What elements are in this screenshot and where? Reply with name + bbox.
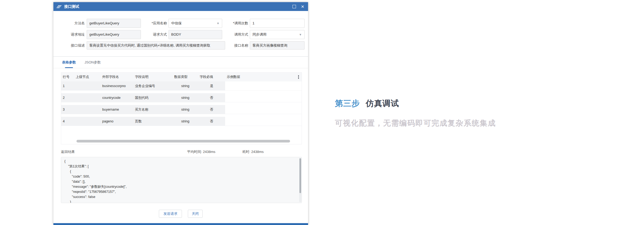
side-text-block: 第三步仿真调试 可视化配置，无需编码即可完成复杂系统集成 <box>335 98 576 128</box>
request-url-label: 请求地址 <box>56 30 85 39</box>
step-subtitle: 可视化配置，无需编码即可完成复杂系统集成 <box>335 118 576 128</box>
column-settings-icon[interactable] <box>298 75 302 79</box>
cell-parent-node <box>74 81 101 91</box>
cell-field-desc: 业务企业编号 <box>133 81 173 91</box>
call-count-input[interactable]: 1 <box>250 19 305 28</box>
col-header-ext-field: 外部字段名 <box>101 75 133 79</box>
app-logo-icon <box>57 5 61 9</box>
cell-data-type: string <box>173 93 198 102</box>
col-header-field-desc: 字段说明 <box>133 75 173 79</box>
close-icon[interactable]: ✕ <box>301 5 304 9</box>
method-name-field[interactable]: getBuyerLikeQuery <box>87 19 141 28</box>
vertical-scrollbar-thumb[interactable] <box>299 158 301 193</box>
cell-ext-field: countrycode <box>101 93 133 102</box>
api-desc-label: 接口描述 <box>56 41 85 50</box>
cell-ext-field: businesscorpno <box>101 81 133 91</box>
step-number: 第三步 <box>335 99 360 108</box>
cell-sample-data[interactable] <box>225 81 302 91</box>
table-header-row: 行号 上级节点 外部字段名 字段说明 数据类型 字段必填 示例数据 <box>61 73 302 81</box>
tab-table-params[interactable]: 表格参数 <box>62 60 76 68</box>
result-json-text: { "第1次结果": [ { "code": 500, "data": [], … <box>61 157 302 203</box>
cell-sample-data[interactable] <box>225 117 302 126</box>
step-heading: 第三步仿真调试 <box>335 98 576 109</box>
api-name-field[interactable]: 客商买方画像模糊查询 <box>250 41 305 50</box>
request-url-field[interactable]: getBuyerLikeQuery <box>87 30 141 39</box>
cost-time: 耗时: 2438ms <box>242 149 264 154</box>
col-header-row-no: 行号 <box>61 75 74 79</box>
col-header-data-type: 数据类型 <box>173 75 198 79</box>
cell-ext-field: pageno <box>101 117 133 126</box>
table-row[interactable]: 3 buyername 买方名称 string 否 <box>61 105 302 114</box>
cell-data-type: string <box>173 105 198 114</box>
col-header-parent-node: 上级节点 <box>74 75 101 79</box>
cell-required: 是 <box>198 81 225 91</box>
section-divider <box>53 56 308 57</box>
cell-data-type: string <box>173 117 198 126</box>
results-summary-row: 返回结果 平均时间: 2438ms 耗时: 2438ms <box>61 149 302 154</box>
chevron-down-icon: ▼ <box>299 30 302 39</box>
cell-required: 否 <box>198 93 225 102</box>
api-desc-field[interactable]: 客商设置无中信保买方代码时, 通过国别代码+详细名称, 调用买方模糊查询获取 <box>87 41 225 50</box>
cell-data-type: string <box>173 81 198 91</box>
cell-row-no: 2 <box>61 93 74 102</box>
tab-json-params[interactable]: JSON参数 <box>85 60 101 68</box>
cell-field-desc: 页数 <box>133 117 173 126</box>
average-time: 平均时间: 2438ms <box>187 149 215 154</box>
table-row[interactable]: 2 countrycode 国别代码 string 否 <box>61 93 302 102</box>
app-name-select[interactable]: 中信保 ▼ <box>169 19 222 28</box>
cell-required: 否 <box>198 105 225 114</box>
call-count-label: *调用次数 <box>225 19 248 28</box>
cell-sample-data[interactable] <box>225 105 302 114</box>
cell-sample-data[interactable] <box>225 93 302 102</box>
table-row[interactable]: 4 pageno 页数 string 否 <box>61 117 302 126</box>
horizontal-scrollbar <box>61 140 302 142</box>
cell-parent-node <box>74 93 101 102</box>
param-tabs: 表格参数 JSON参数 <box>62 60 101 68</box>
vertical-scrollbar <box>299 158 301 202</box>
api-name-label: 接口名称 <box>225 41 248 50</box>
request-method-field[interactable]: BODY <box>169 30 222 39</box>
dialog-bottom-strip <box>53 223 308 225</box>
col-header-sample-data: 示例数据 <box>225 75 298 79</box>
chevron-down-icon: ▼ <box>217 19 219 28</box>
app-name-label: *应用名称 <box>142 19 167 28</box>
dialog-titlebar: 接口测试 ✕ <box>53 2 308 11</box>
cell-required: 否 <box>198 117 225 126</box>
close-button[interactable]: 关闭 <box>188 210 203 218</box>
tabs-bottom-border <box>53 68 308 68</box>
step-title: 仿真调试 <box>366 99 399 108</box>
results-label: 返回结果 <box>61 150 75 154</box>
cell-parent-node <box>74 117 101 126</box>
result-output-box[interactable]: { "第1次结果": [ { "code": 500, "data": [], … <box>61 157 302 203</box>
interface-test-dialog: 接口测试 ✕ 方法名 getBuyerLikeQuery *应用名称 中信保 ▼… <box>53 2 308 225</box>
call-mode-label: 调用方式 <box>225 30 248 39</box>
cell-row-no: 1 <box>61 81 74 91</box>
cell-ext-field: buyername <box>101 105 133 114</box>
maximize-icon[interactable] <box>292 5 296 8</box>
params-table: 行号 上级节点 外部字段名 字段说明 数据类型 字段必填 示例数据 1 busi… <box>61 72 302 144</box>
dialog-title: 接口测试 <box>64 4 79 9</box>
call-mode-select[interactable]: 同步调用 ▼ <box>250 30 305 39</box>
cell-row-no: 4 <box>61 117 74 126</box>
horizontal-scrollbar-thumb[interactable] <box>76 140 290 142</box>
cell-parent-node <box>74 105 101 114</box>
page-root: { "dialog": { "title": "接口测试", "window":… <box>0 0 644 225</box>
send-request-button[interactable]: 发送请求 <box>159 210 182 218</box>
method-name-label: 方法名 <box>56 19 85 28</box>
cell-row-no: 3 <box>61 105 74 114</box>
cell-field-desc: 国别代码 <box>133 93 173 102</box>
col-header-required: 字段必填 <box>198 75 225 79</box>
cell-field-desc: 买方名称 <box>133 105 173 114</box>
table-row[interactable]: 1 businesscorpno 业务企业编号 string 是 <box>61 81 302 91</box>
request-method-label: 请求方式 <box>142 30 167 39</box>
